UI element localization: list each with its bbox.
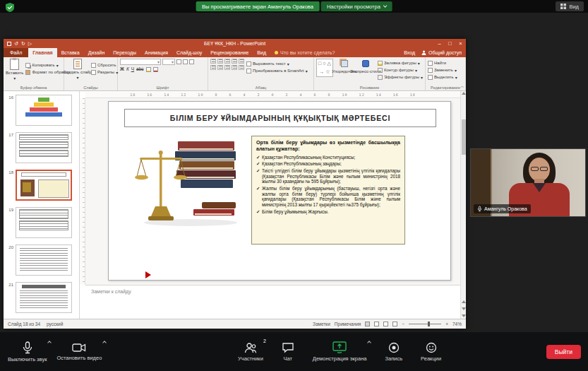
numbering-icon[interactable] xyxy=(217,59,223,64)
slide-sorter-icon[interactable] xyxy=(374,322,379,326)
shape-effects-button[interactable]: Эффекты фигуры▾ xyxy=(378,73,423,81)
scrollbar-thumb[interactable] xyxy=(462,119,466,155)
strikethrough-button[interactable]: abc xyxy=(136,66,143,72)
reactions-button[interactable]: Реакции xyxy=(416,332,446,371)
underline-button[interactable]: Ч xyxy=(131,66,134,72)
scales-and-books-image[interactable] xyxy=(134,134,243,229)
font-size-combo[interactable]: ▾ xyxy=(162,59,175,65)
view-settings-button[interactable]: Настройки просмотра xyxy=(321,1,392,11)
participants-button[interactable]: 2 Участники xyxy=(233,332,268,371)
previous-slide-icon[interactable] xyxy=(462,300,466,303)
sign-in-button[interactable]: Вход xyxy=(404,50,415,55)
shrink-font-icon[interactable] xyxy=(183,59,188,64)
normal-view-icon[interactable] xyxy=(365,322,370,326)
slide-text-box[interactable]: Орта білім беру ұйымдары өз қызметінде б… xyxy=(251,136,405,245)
stop-video-button[interactable]: Остановить видео xyxy=(52,332,107,371)
slideshow-view-icon[interactable] xyxy=(392,322,397,326)
share-button[interactable]: Общий доступ xyxy=(421,50,462,55)
tab-review[interactable]: Рецензирование xyxy=(206,48,253,57)
zoom-percentage[interactable]: 74% xyxy=(452,322,462,326)
share-screen-button[interactable]: Демонстрация экрана xyxy=(308,332,372,371)
grow-font-icon[interactable] xyxy=(176,59,181,64)
thumbnail-slide-21[interactable]: 21 xyxy=(6,282,76,313)
chat-button[interactable]: Чат xyxy=(277,332,299,371)
notes-toggle[interactable]: Заметки xyxy=(313,322,330,326)
save-icon[interactable] xyxy=(7,42,11,46)
animation-play-icon[interactable] xyxy=(145,271,151,278)
scroll-down-icon[interactable] xyxy=(462,314,466,317)
chevron-up-icon[interactable] xyxy=(48,341,52,345)
quick-styles-button[interactable]: Экспресс-стили xyxy=(356,59,376,73)
reset-button[interactable]: Сбросить xyxy=(91,61,118,69)
align-center-icon[interactable] xyxy=(217,65,223,70)
font-color-button[interactable] xyxy=(153,67,158,72)
thumbnail-slide-19[interactable]: 19 xyxy=(6,207,76,238)
tab-home[interactable]: Главная xyxy=(28,48,56,57)
tab-view[interactable]: Вид xyxy=(253,48,270,57)
tab-insert[interactable]: Вставка xyxy=(57,48,84,57)
tab-slideshow[interactable]: Слайд-шоу xyxy=(172,48,206,57)
leave-meeting-button[interactable]: Выйти xyxy=(546,345,581,359)
shapes-gallery[interactable]: □ ○ △ → ☆ ◇ ☐ ⌂ ○ △ xyxy=(316,59,333,77)
tab-transitions[interactable]: Переходы xyxy=(109,48,140,57)
columns-icon[interactable] xyxy=(239,65,244,70)
highlight-color-button[interactable] xyxy=(146,67,151,72)
vertical-scrollbar[interactable] xyxy=(460,91,466,319)
thumbnail-slide-18-selected[interactable]: 18 xyxy=(6,170,76,201)
language-indicator[interactable]: русский xyxy=(47,322,63,326)
copy-button[interactable]: Копировать▾ xyxy=(25,61,70,69)
align-left-icon[interactable] xyxy=(210,65,216,70)
shape-fill-button[interactable]: Заливка фигуры▾ xyxy=(378,59,423,66)
paste-button[interactable]: Вставить ▾ xyxy=(6,59,23,81)
justify-icon[interactable] xyxy=(232,65,237,70)
align-right-icon[interactable] xyxy=(224,65,230,70)
tab-design[interactable]: Дизайн xyxy=(84,48,109,57)
mute-button[interactable]: Выключить звук xyxy=(3,332,52,371)
collapse-ribbon-icon[interactable]: ︿ xyxy=(460,83,464,90)
convert-smartart-button[interactable]: Преобразовать в SmartArt▾ xyxy=(246,67,308,74)
tab-animations[interactable]: Анимация xyxy=(140,48,172,57)
bullets-icon[interactable] xyxy=(210,59,216,64)
close-icon[interactable]: × xyxy=(455,39,466,48)
participant-video-tile[interactable]: Амангуль Оракова xyxy=(470,148,586,217)
font-name-combo[interactable]: ▾ xyxy=(120,59,161,65)
find-button[interactable]: Найти xyxy=(428,59,457,66)
start-slideshow-icon[interactable]: ▷ xyxy=(28,42,32,46)
scroll-up-icon[interactable] xyxy=(462,92,466,95)
undo-icon[interactable]: ↺ xyxy=(14,42,18,46)
thumbnail-slide-17[interactable]: 17 xyxy=(6,132,76,163)
next-slide-icon[interactable] xyxy=(462,307,466,310)
view-button[interactable]: Вид xyxy=(556,1,584,11)
thumbnail-slide-20[interactable]: 20 xyxy=(6,245,76,276)
tab-file[interactable]: Файл xyxy=(4,48,28,57)
reading-view-icon[interactable] xyxy=(383,322,388,326)
comments-toggle[interactable]: Примечания xyxy=(335,322,361,326)
restore-icon[interactable]: □ xyxy=(445,39,455,48)
chevron-up-icon[interactable] xyxy=(103,341,107,345)
zoom-out-icon[interactable]: − xyxy=(402,322,404,326)
zoom-slider[interactable] xyxy=(409,324,441,324)
clear-format-icon[interactable] xyxy=(189,59,194,64)
redo-icon[interactable]: ↻ xyxy=(21,42,25,46)
replace-button[interactable]: Заменить▾ xyxy=(428,66,457,73)
indent-decrease-icon[interactable] xyxy=(224,59,230,64)
current-slide[interactable]: БІЛІМ БЕРУ ҰЙЫМДАРЫНЫҢ ҚҰҚЫҚТЫҚ МӘРТЕБЕС… xyxy=(108,101,451,281)
sections-button[interactable]: Разделы▾ xyxy=(91,69,118,76)
select-button[interactable]: Выделить▾ xyxy=(428,73,457,81)
minimize-icon[interactable]: – xyxy=(434,39,445,48)
indent-increase-icon[interactable] xyxy=(232,59,237,64)
new-slide-button[interactable]: Создать слайд ▾ xyxy=(66,59,89,80)
tell-me-box[interactable]: Что вы хотите сделать? xyxy=(270,48,339,57)
record-button[interactable]: Запись xyxy=(380,332,407,371)
zoom-slider-thumb[interactable] xyxy=(428,322,430,326)
slide-title[interactable]: БІЛІМ БЕРУ ҰЙЫМДАРЫНЫҢ ҚҰҚЫҚТЫҚ МӘРТЕБЕС… xyxy=(124,109,436,127)
shape-outline-button[interactable]: Контур фигуры▾ xyxy=(378,66,423,73)
bold-button[interactable]: Ж xyxy=(120,66,124,72)
line-spacing-icon[interactable] xyxy=(239,59,244,64)
chevron-up-icon[interactable] xyxy=(368,341,372,345)
align-text-button[interactable]: Выровнять текст▾ xyxy=(246,60,308,67)
notes-pane[interactable]: Заметки к слайду xyxy=(85,285,460,319)
thumbnail-slide-16[interactable]: 16 xyxy=(6,95,76,126)
zoom-in-icon[interactable]: + xyxy=(445,322,448,326)
italic-button[interactable]: К xyxy=(126,66,129,72)
